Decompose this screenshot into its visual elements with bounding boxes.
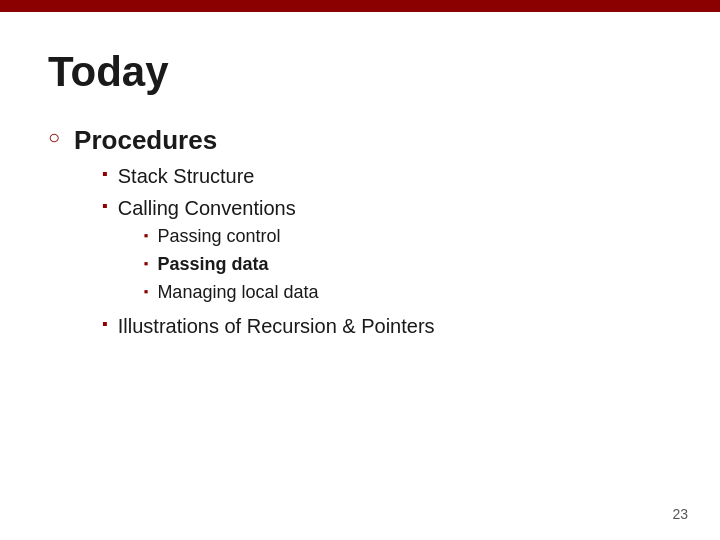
list-item: ▪ Illustrations of Recursion & Pointers bbox=[102, 312, 434, 340]
top-bar bbox=[0, 0, 720, 12]
slide-title: Today bbox=[48, 48, 672, 96]
list-item: ○ Procedures ▪ Stack Structure ▪ Calling… bbox=[48, 124, 672, 344]
managing-local-data-label: Managing local data bbox=[157, 280, 318, 305]
procedures-section: Procedures ▪ Stack Structure ▪ Calling C… bbox=[74, 124, 434, 344]
list-item: ▪ Passing control bbox=[144, 224, 319, 249]
list-item: ▪ Calling Conventions ▪ Passing control … bbox=[102, 194, 434, 309]
calling-conventions-section: Calling Conventions ▪ Passing control ▪ … bbox=[118, 194, 319, 309]
slide-content: Today ○ Procedures ▪ Stack Structure ▪ C… bbox=[0, 12, 720, 378]
small-square-bullet-icon: ▪ bbox=[144, 228, 149, 243]
list-item: ▪ Managing local data bbox=[144, 280, 319, 305]
stack-structure-label: Stack Structure bbox=[118, 162, 255, 190]
small-square-bullet-icon: ▪ bbox=[144, 284, 149, 299]
procedures-label: Procedures bbox=[74, 125, 217, 155]
circle-bullet-icon: ○ bbox=[48, 126, 60, 149]
small-square-bullet-icon: ▪ bbox=[144, 256, 149, 271]
square-bullet-icon: ▪ bbox=[102, 315, 108, 333]
list-item: ▪ Passing data bbox=[144, 252, 319, 277]
page-number: 23 bbox=[672, 506, 688, 522]
list-item: ▪ Stack Structure bbox=[102, 162, 434, 190]
calling-conventions-label: Calling Conventions bbox=[118, 197, 296, 219]
illustrations-label: Illustrations of Recursion & Pointers bbox=[118, 312, 435, 340]
square-bullet-icon: ▪ bbox=[102, 165, 108, 183]
sub-sub-list: ▪ Passing control ▪ Passing data ▪ Manag bbox=[144, 224, 319, 306]
square-bullet-icon: ▪ bbox=[102, 197, 108, 215]
sub-list: ▪ Stack Structure ▪ Calling Conventions … bbox=[102, 162, 434, 341]
main-list: ○ Procedures ▪ Stack Structure ▪ Calling… bbox=[48, 124, 672, 344]
passing-control-label: Passing control bbox=[157, 224, 280, 249]
passing-data-label: Passing data bbox=[157, 252, 268, 277]
